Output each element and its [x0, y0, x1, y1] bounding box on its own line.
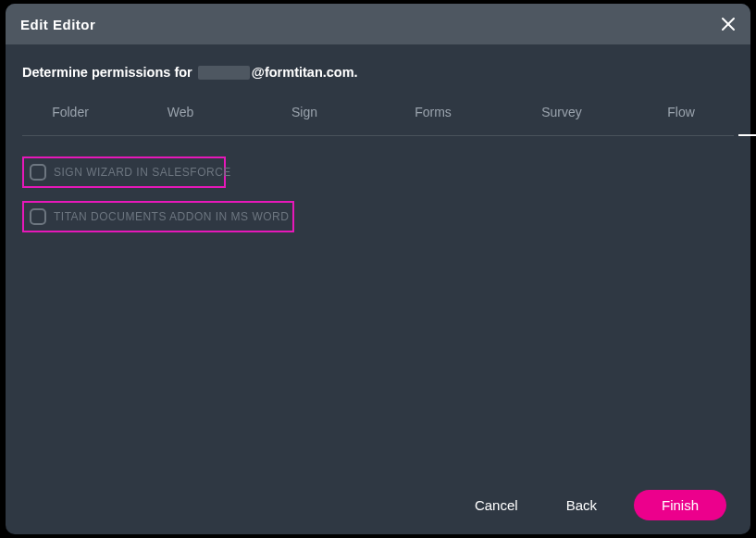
subtitle-prefix: Determine permissions for — [22, 65, 192, 80]
dialog-content: SIGN WIZARD IN SALESFORCE TITAN DOCUMENT… — [6, 136, 750, 475]
cancel-button[interactable]: Cancel — [464, 490, 529, 520]
tabs-container: Folder Web Sign Forms Survey Flow Applic… — [6, 91, 750, 136]
tab-folder[interactable]: Folder — [22, 91, 118, 135]
dialog-header: Edit Editor — [6, 4, 750, 44]
permissions-subtitle: Determine permissions for @formtitan.com… — [6, 44, 750, 91]
tab-sign[interactable]: Sign — [242, 91, 366, 135]
label-sign-wizard: SIGN WIZARD IN SALESFORCE — [54, 166, 231, 179]
option-sign-wizard: SIGN WIZARD IN SALESFORCE — [22, 156, 226, 188]
finish-button[interactable]: Finish — [634, 490, 726, 520]
label-titan-documents: TITAN DOCUMENTS ADDON IN MS WORD — [54, 210, 289, 223]
back-button[interactable]: Back — [555, 490, 608, 520]
tab-application-access[interactable]: Application Access — [738, 91, 756, 135]
tabs: Folder Web Sign Forms Survey Flow Applic… — [22, 91, 734, 136]
edit-editor-dialog: Edit Editor Determine permissions for @f… — [6, 4, 750, 534]
redacted-username — [198, 66, 250, 80]
checkbox-sign-wizard[interactable] — [30, 164, 46, 181]
tab-forms[interactable]: Forms — [366, 91, 500, 135]
checkbox-titan-documents[interactable] — [30, 208, 46, 225]
tab-web[interactable]: Web — [118, 91, 242, 135]
subtitle-suffix: @formtitan.com. — [252, 65, 358, 80]
tab-flow[interactable]: Flow — [624, 91, 738, 135]
dialog-title: Edit Editor — [20, 17, 95, 32]
close-icon[interactable] — [719, 15, 737, 33]
dialog-footer: Cancel Back Finish — [6, 475, 750, 534]
option-titan-documents: TITAN DOCUMENTS ADDON IN MS WORD — [22, 201, 294, 232]
tab-survey[interactable]: Survey — [500, 91, 624, 135]
